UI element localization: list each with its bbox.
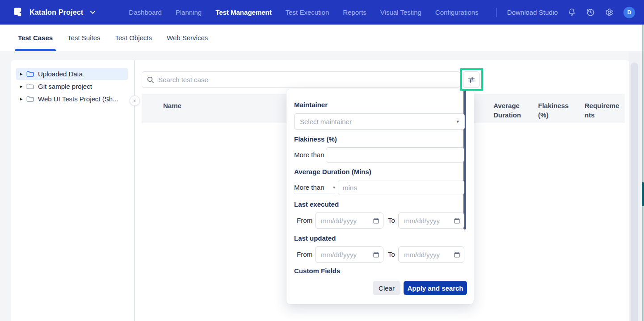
- column-header-requirements: Requirements: [585, 101, 620, 120]
- tree-item-label: Git sample project: [38, 83, 92, 90]
- flakiness-label: Flakiness (%): [294, 135, 337, 143]
- chevron-down-icon: [90, 10, 96, 14]
- tree-item-uploaded-data[interactable]: ▸ Uploaded Data: [16, 68, 128, 80]
- average-duration-label: Average Duration (Mins): [294, 168, 371, 175]
- folder-icon: [26, 83, 34, 90]
- tree-expander-icon[interactable]: ▸: [20, 96, 26, 102]
- last-updated-to-date: [398, 246, 464, 263]
- tab-test-cases[interactable]: Test Cases: [18, 25, 53, 51]
- tree-expander-icon[interactable]: ▸: [20, 83, 26, 89]
- column-header-name: Name: [163, 101, 181, 110]
- flakiness-operator-label: More than: [294, 151, 324, 158]
- nav-visual-testing[interactable]: Visual Testing: [380, 8, 421, 16]
- apply-and-search-button[interactable]: Apply and search: [404, 281, 467, 295]
- column-header-flakiness: Flakiness (%): [538, 101, 575, 120]
- nav-planning[interactable]: Planning: [176, 8, 202, 16]
- flakiness-value-input[interactable]: [326, 147, 464, 163]
- nav-configurations[interactable]: Configurations: [435, 8, 479, 16]
- calendar-icon[interactable]: [454, 251, 460, 258]
- calendar-icon[interactable]: [373, 251, 379, 258]
- katalon-logo-icon: [13, 7, 24, 18]
- calendar-icon[interactable]: [373, 217, 379, 224]
- chevron-down-icon: ▾: [333, 185, 335, 190]
- search-input[interactable]: [158, 76, 455, 83]
- last-updated-from-label: From: [297, 250, 312, 258]
- last-executed-from-date: [315, 213, 383, 229]
- nav-test-execution[interactable]: Test Execution: [286, 8, 329, 16]
- app-window: Katalon Project Dashboard Planning Test …: [0, 0, 644, 321]
- calendar-icon[interactable]: [454, 217, 460, 224]
- last-updated-to-label: To: [388, 250, 395, 258]
- column-header-average-duration: Average Duration: [493, 101, 525, 120]
- last-executed-label: Last executed: [294, 200, 339, 208]
- last-updated-to-input[interactable]: [400, 251, 454, 258]
- sidebar-collapse-button[interactable]: ‹: [130, 96, 140, 106]
- maintainer-label: Maintainer: [294, 101, 328, 108]
- folder-icon: [26, 96, 34, 102]
- custom-fields-label: Custom Fields: [294, 267, 340, 275]
- last-executed-from-input[interactable]: [317, 217, 373, 225]
- last-updated-from-input[interactable]: [317, 251, 373, 258]
- average-duration-operator-value: More than: [294, 183, 324, 191]
- last-executed-from-label: From: [297, 217, 312, 224]
- last-updated-label: Last updated: [294, 234, 336, 242]
- search-icon: [147, 76, 154, 83]
- filter-panel: Maintainer Select maintainer ▾ Flakiness…: [286, 89, 474, 304]
- filter-sliders-icon: [467, 75, 476, 84]
- last-executed-to-label: To: [388, 217, 395, 224]
- navbar-right-group: Download Studio D: [497, 7, 635, 18]
- main-navigation: Dashboard Planning Test Management Test …: [129, 8, 478, 16]
- average-duration-operator-select[interactable]: More than ▾: [294, 181, 335, 193]
- navbar-divider: [497, 8, 497, 17]
- filter-button[interactable]: [463, 71, 480, 88]
- maintainer-select[interactable]: Select maintainer ▾: [294, 113, 465, 130]
- tree-item-label: Uploaded Data: [38, 70, 83, 78]
- settings-gear-icon[interactable]: [605, 8, 614, 17]
- user-avatar[interactable]: D: [623, 7, 635, 18]
- chevron-down-icon: ▾: [456, 119, 459, 125]
- scrollbar-marker: [642, 182, 644, 206]
- history-icon[interactable]: [586, 8, 595, 17]
- last-updated-from-date: [315, 246, 383, 263]
- folder-icon: [26, 71, 34, 77]
- nav-test-management[interactable]: Test Management: [215, 8, 272, 16]
- screen-edge-line: [642, 25, 644, 321]
- project-switcher[interactable]: Katalon Project: [13, 7, 96, 18]
- tree-item-web-ui-tests-project[interactable]: ▸ Web UI Tests Project (Sh...: [16, 93, 128, 105]
- page-scrollbar-thumb[interactable]: [631, 63, 638, 321]
- notifications-bell-icon[interactable]: [567, 8, 577, 17]
- average-duration-mins-input[interactable]: [338, 180, 464, 195]
- maintainer-select-placeholder: Select maintainer: [300, 118, 352, 125]
- tab-test-objects[interactable]: Test Objects: [115, 25, 152, 51]
- section-tabs: Test Cases Test Suites Test Objects Web …: [0, 25, 644, 51]
- tree-item-git-sample-project[interactable]: ▸ Git sample project: [16, 80, 128, 92]
- tab-web-services[interactable]: Web Services: [167, 25, 208, 51]
- top-navbar: Katalon Project Dashboard Planning Test …: [0, 0, 644, 25]
- project-name: Katalon Project: [29, 8, 83, 17]
- tree-expander-icon[interactable]: ▸: [20, 71, 26, 77]
- nav-dashboard[interactable]: Dashboard: [129, 8, 161, 16]
- last-executed-to-date: [398, 213, 464, 229]
- search-box: [142, 71, 460, 88]
- nav-reports[interactable]: Reports: [343, 8, 366, 16]
- clear-button[interactable]: Clear: [373, 281, 400, 295]
- download-studio-link[interactable]: Download Studio: [507, 8, 558, 16]
- last-executed-to-input[interactable]: [400, 217, 454, 225]
- tree-item-label: Web UI Tests Project (Sh...: [38, 95, 118, 103]
- tab-test-suites[interactable]: Test Suites: [67, 25, 100, 51]
